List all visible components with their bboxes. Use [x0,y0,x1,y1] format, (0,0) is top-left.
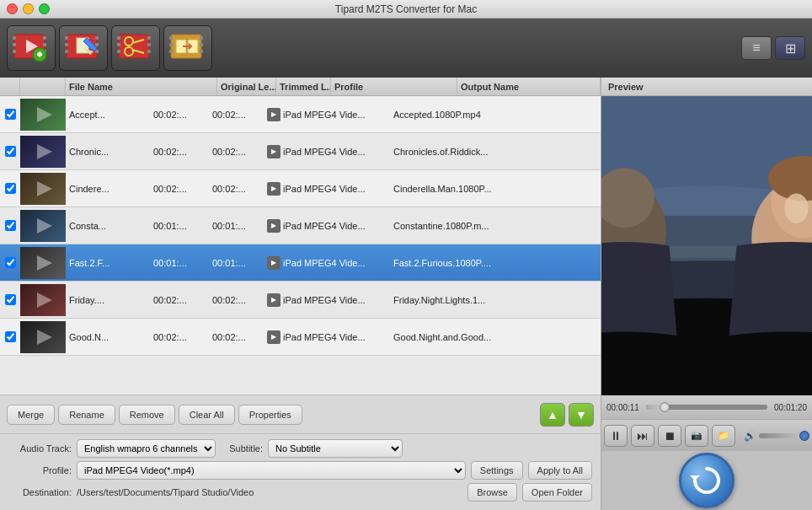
minimize-button[interactable] [23,3,34,14]
cell-output-3: Constantine.1080P.m... [390,219,533,233]
svg-rect-19 [119,35,149,58]
row-checkbox-6[interactable] [0,331,20,342]
svg-rect-34 [200,36,203,40]
svg-rect-31 [169,36,173,40]
row-checkbox-1[interactable] [0,146,20,157]
merge-toolbar-button[interactable] [163,25,212,71]
screenshot-button[interactable]: 📷 [685,425,708,447]
toolbar: ≡ ⊞ [0,19,812,78]
file-list-header: File Name Original Le... Trimmed L... Pr… [0,78,601,96]
row-checkbox-3[interactable] [0,220,20,231]
remove-button[interactable]: Remove [119,405,175,425]
volume-slider[interactable] [759,433,809,438]
edit-button[interactable] [59,25,108,71]
cell-profile-4: ▶ iPad MPEG4 Vide... [264,255,390,271]
file-list: File Name Original Le... Trimmed L... Pr… [0,78,601,395]
subtitle-select[interactable]: No Subtitle [268,439,403,458]
svg-marker-48 [37,255,52,271]
buttons-bar: Merge Rename Remove Clear All Properties… [0,395,601,433]
cell-output-6: Good.Night.and.Good... [390,330,533,344]
svg-marker-44 [37,181,52,196]
svg-marker-46 [37,218,52,234]
svg-point-63 [784,193,808,223]
close-button[interactable] [7,3,18,14]
properties-button[interactable]: Properties [238,405,302,425]
table-row[interactable]: Accept... 00:02:... 00:02:... ▶ iPad MPE… [0,96,601,133]
checkbox-2[interactable] [5,183,16,194]
seek-bar[interactable] [646,405,767,410]
cell-filename-5: Friday.... [66,293,150,307]
row-checkbox-0[interactable] [0,109,20,120]
maximize-button[interactable] [39,3,50,14]
svg-rect-22 [117,50,120,53]
profile-label: Profile: [8,465,72,475]
convert-button[interactable] [679,453,735,508]
destination-row: Destination: /Users/test/Documents/Tipar… [8,483,592,502]
row-thumbnail-4 [20,247,66,279]
svg-rect-16 [95,43,99,46]
cell-filename-4: Fast.2.F... [66,256,150,270]
clear-all-button[interactable]: Clear All [179,405,235,425]
audio-track-select[interactable]: English wmapro 6 channels [77,439,216,458]
volume-icon: 🔊 [744,430,756,442]
profile-icon-1: ▶ [267,145,280,158]
cell-trimmed-4: 00:01:... [209,256,264,270]
table-row[interactable]: Cindere... 00:02:... 00:02:... ▶ iPad MP… [0,170,601,207]
main-content: File Name Original Le... Trimmed L... Pr… [0,78,812,510]
table-row[interactable]: Good.N... 00:02:... 00:02:... ▶ iPad MPE… [0,319,601,356]
browse-button[interactable]: Browse [467,483,517,502]
row-thumbnail-0 [20,99,66,131]
cell-trimmed-1: 00:02:... [209,145,264,158]
profile-select[interactable]: iPad MPEG4 Video(*.mp4) [77,461,466,480]
list-view-button[interactable]: ≡ [741,36,772,60]
svg-rect-25 [147,50,151,53]
playback-controls: ⏸ ⏭ ⏹ 📷 📁 🔊 [601,419,812,451]
rename-button[interactable]: Rename [58,405,115,425]
preview-video [601,96,812,395]
forward-button[interactable]: ⏭ [631,425,654,447]
checkbox-4[interactable] [5,257,16,268]
svg-rect-12 [65,36,68,40]
row-thumbnail-2 [20,173,66,205]
profile-row: Profile: iPad MPEG4 Video(*.mp4) Setting… [8,461,592,480]
table-row[interactable]: Chronic... 00:02:... 00:02:... ▶ iPad MP… [0,133,601,170]
move-down-button[interactable]: ▼ [569,403,594,427]
row-checkbox-4[interactable] [0,257,20,268]
settings-button[interactable]: Settings [471,461,523,480]
add-video-button[interactable] [7,25,56,71]
checkbox-5[interactable] [5,294,16,305]
right-panel: Preview [601,78,812,510]
checkbox-0[interactable] [5,109,16,120]
checkbox-3[interactable] [5,220,16,231]
checkbox-1[interactable] [5,146,16,157]
preview-header: Preview [601,78,812,96]
clip-button[interactable] [111,25,160,71]
merge-button[interactable]: Merge [7,405,55,425]
cell-original-5: 00:02:... [150,293,209,307]
profile-text-4: iPad MPEG4 Vide... [283,258,366,268]
row-checkbox-5[interactable] [0,294,20,305]
table-row[interactable]: Consta... 00:01:... 00:01:... ▶ iPad MPE… [0,207,601,244]
open-folder-button[interactable]: Open Folder [522,483,592,502]
profile-icon-5: ▶ [267,293,280,307]
table-row[interactable]: Fast.2.F... 00:01:... 00:01:... ▶ iPad M… [0,244,601,282]
row-checkbox-2[interactable] [0,183,20,194]
table-row[interactable]: Friday.... 00:02:... 00:02:... ▶ iPad MP… [0,282,601,319]
move-up-button[interactable]: ▲ [540,403,565,427]
time-total: 00:01:20 [774,403,807,412]
folder-icon: 📁 [718,430,729,441]
cell-original-3: 00:01:... [150,219,209,233]
cell-profile-1: ▶ iPad MPEG4 Vide... [264,143,390,160]
stop-button[interactable]: ⏹ [658,425,681,447]
left-panel: File Name Original Le... Trimmed L... Pr… [0,78,601,510]
file-rows: Accept... 00:02:... 00:02:... ▶ iPad MPE… [0,96,601,356]
checkbox-6[interactable] [5,331,16,342]
time-current: 00:00:11 [606,403,639,412]
apply-to-all-button[interactable]: Apply to All [528,461,592,480]
folder-button[interactable]: 📁 [712,425,735,447]
svg-rect-32 [169,43,173,46]
grid-view-button[interactable]: ⊞ [775,36,805,60]
seek-thumb [660,402,670,412]
cell-profile-0: ▶ iPad MPEG4 Vide... [264,106,390,123]
pause-button[interactable]: ⏸ [604,425,628,447]
